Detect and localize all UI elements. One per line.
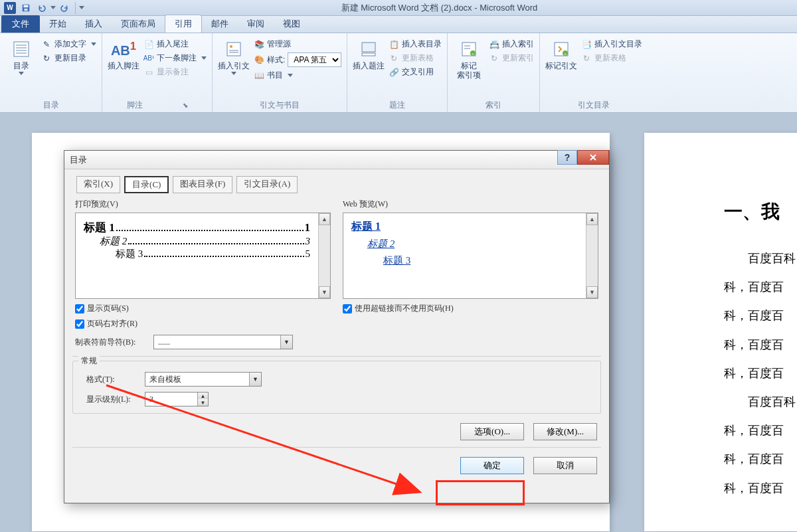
group-toc-label: 目录 — [5, 98, 96, 111]
doc-paragraph: 科，百度百 — [724, 359, 797, 388]
cancel-button[interactable]: 取消 — [533, 457, 597, 474]
insert-endnote-button[interactable]: 📄插入尾注 — [143, 39, 207, 50]
bibliography-button[interactable]: 📖书目 — [254, 70, 341, 81]
next-footnote-label: 下一条脚注 — [157, 52, 197, 64]
doc-paragraph: 百度百科 — [724, 244, 797, 273]
next-footnote-button[interactable]: AB¹下一条脚注 — [143, 52, 207, 64]
add-text-button[interactable]: ✎添加文字 — [41, 39, 96, 50]
page-2: 一、我 百度百科 科，百度百 科，百度百 科，百度百 科，百度百 百度百科 科，… — [644, 133, 797, 531]
bibliography-icon: 📖 — [254, 70, 264, 81]
dialog-titlebar[interactable]: 目录 ? — [64, 151, 609, 169]
web-h3-link[interactable]: 标题 3 — [351, 254, 578, 267]
scroll-down-icon[interactable]: ▼ — [319, 286, 330, 298]
save-icon[interactable] — [19, 1, 33, 15]
citation-icon — [223, 39, 244, 60]
tof-icon: 📋 — [389, 39, 399, 50]
insert-citation-label: 插入引文 — [218, 61, 250, 70]
chevron-down-icon — [19, 72, 24, 75]
insert-toa-button[interactable]: 📑插入引文目录 — [581, 39, 642, 50]
tab-review[interactable]: 审阅 — [238, 15, 274, 33]
insert-index-button[interactable]: 📇插入索引 — [489, 39, 534, 50]
toc-dialog: 目录 ? 索引(X) 目录(C) 图表目录(F) 引文目录(A) 打印预览(V)… — [64, 150, 610, 503]
next-footnote-icon: AB¹ — [143, 53, 154, 64]
chevron-down-icon[interactable]: ▼ — [249, 373, 261, 386]
tab-leader-combo[interactable]: ...... ▼ — [153, 335, 293, 349]
options-button[interactable]: 选项(O)... — [460, 423, 524, 440]
tab-view[interactable]: 视图 — [274, 15, 310, 33]
scroll-up-icon[interactable]: ▲ — [319, 213, 330, 225]
insert-tof-button[interactable]: 📋插入表目录 — [389, 39, 442, 50]
update-index-icon: ↻ — [489, 53, 499, 64]
toc-button[interactable]: 目录 — [5, 36, 37, 75]
right-align-label: 页码右对齐(R) — [87, 318, 137, 329]
preview-scrollbar[interactable]: ▲ ▼ — [318, 213, 330, 298]
web-h2-link[interactable]: 标题 2 — [367, 238, 578, 250]
toc-button-label: 目录 — [13, 61, 29, 70]
cross-ref-button[interactable]: 🔗交叉引用 — [389, 66, 442, 78]
print-preview-label: 打印预览(V) — [75, 199, 331, 210]
manage-sources-button[interactable]: 📚管理源 — [254, 39, 341, 50]
qat-separator — [75, 2, 76, 14]
dlg-tab-toc[interactable]: 目录(C) — [124, 176, 169, 193]
update-toa-button: ↻更新表格 — [581, 52, 642, 64]
web-preview-box: 标题 1 标题 2 标题 3 ▲ ▼ — [343, 213, 598, 299]
scroll-track[interactable] — [319, 225, 330, 286]
tab-layout[interactable]: 页面布局 — [112, 15, 165, 33]
update-toc-button[interactable]: ↻更新目录 — [41, 52, 96, 64]
undo-icon[interactable] — [35, 1, 49, 15]
scroll-track[interactable] — [586, 225, 598, 286]
group-citations-label: 引文与书目 — [218, 98, 341, 111]
levels-spinner[interactable]: 3 ▲ ▼ — [145, 392, 209, 406]
dlg-tab-tof[interactable]: 图表目录(F) — [173, 176, 232, 193]
group-index: + 标记 索引项 📇插入索引 ↻更新索引 索引 — [448, 33, 540, 112]
redo-icon[interactable] — [57, 1, 72, 15]
right-align-checkbox[interactable] — [75, 319, 84, 329]
dialog-close-button[interactable] — [577, 150, 609, 165]
undo-dropdown-icon[interactable] — [50, 6, 56, 9]
qat-customize-icon[interactable] — [79, 6, 84, 9]
ribbon-body: 目录 ✎添加文字 ↻更新目录 目录 AB1 插入脚注 📄插入尾注 AB¹下一条脚… — [0, 33, 797, 113]
app-icon[interactable]: W — [3, 1, 17, 15]
show-page-numbers-checkbox[interactable] — [75, 304, 84, 313]
mark-entry-button[interactable]: + 标记 索引项 — [453, 36, 485, 80]
scroll-up-icon[interactable]: ▲ — [586, 213, 598, 225]
format-combo[interactable]: 来自模板 ▼ — [145, 372, 262, 387]
insert-caption-button[interactable]: 插入题注 — [353, 36, 385, 70]
bibliography-label: 书目 — [267, 70, 283, 81]
chevron-down-icon[interactable]: ▼ — [280, 335, 292, 349]
update-toa-icon: ↻ — [581, 53, 592, 64]
tab-insert[interactable]: 插入 — [76, 15, 112, 33]
print-preview-box: 标题 11 标题 23 标题 35 ▲ ▼ — [75, 213, 331, 299]
dialog-help-button[interactable]: ? — [557, 150, 577, 165]
close-icon — [589, 153, 597, 161]
mark-citation-button[interactable]: + 标记引文 — [545, 36, 577, 70]
modify-button[interactable]: 修改(M)... — [533, 423, 597, 440]
web-h1-link[interactable]: 标题 1 — [351, 220, 578, 234]
insert-citation-button[interactable]: 插入引文 — [218, 36, 250, 75]
dlg-tab-toa[interactable]: 引文目录(A) — [236, 176, 298, 193]
tab-file[interactable]: 文件 — [1, 15, 40, 33]
show-notes-button: ▭显示备注 — [143, 66, 207, 78]
toc-h2: 标题 2 — [100, 235, 127, 248]
spinner-up-icon[interactable]: ▲ — [198, 393, 208, 399]
update-table-label: 更新表格 — [402, 52, 434, 64]
dlg-tab-index[interactable]: 索引(X) — [76, 176, 120, 193]
dialog-launcher-icon[interactable]: ⬊ — [183, 102, 188, 109]
insert-footnote-button[interactable]: AB1 插入脚注 — [108, 36, 139, 70]
doc-paragraph: 百度百科 — [724, 388, 797, 416]
ok-button[interactable]: 确定 — [460, 457, 524, 474]
spinner-down-icon[interactable]: ▼ — [198, 399, 208, 406]
separator — [72, 447, 601, 448]
scroll-down-icon[interactable]: ▼ — [586, 286, 598, 298]
preview-scrollbar[interactable]: ▲ ▼ — [586, 213, 598, 298]
preview-fieldset: 打印预览(V) 标题 11 标题 23 标题 35 ▲ ▼ 显 — [72, 199, 601, 349]
tab-mailings[interactable]: 邮件 — [202, 15, 238, 33]
update-table-button: ↻更新表格 — [389, 52, 442, 64]
group-index-label: 索引 — [453, 98, 534, 111]
use-hyperlinks-checkbox[interactable] — [343, 304, 352, 313]
tab-references[interactable]: 引用 — [165, 15, 202, 33]
chevron-down-icon — [288, 74, 293, 77]
insert-index-icon: 📇 — [489, 39, 499, 50]
tab-home[interactable]: 开始 — [40, 15, 76, 33]
citation-style-select[interactable]: APA 第五 — [288, 52, 341, 67]
